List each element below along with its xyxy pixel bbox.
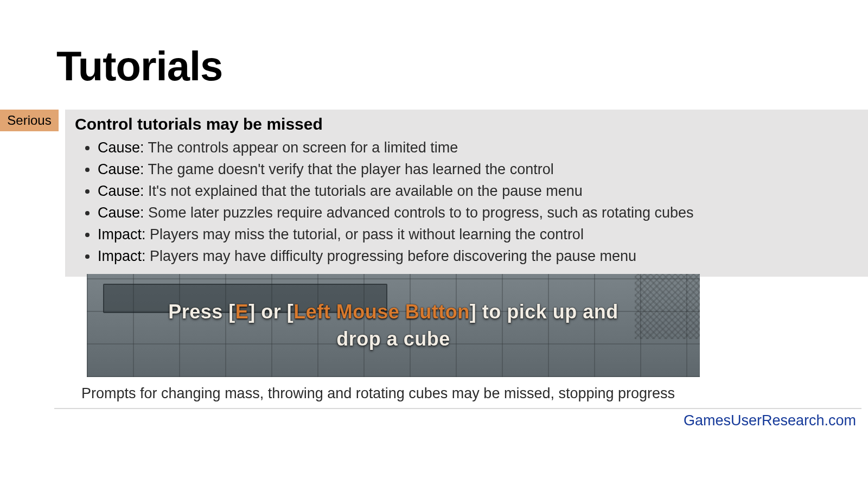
issue-points-list: Cause: The controls appear on screen for… bbox=[75, 137, 858, 267]
point-text: It's not explained that the tutorials ar… bbox=[144, 183, 583, 199]
screenshot-caption: Prompts for changing mass, throwing and … bbox=[81, 385, 675, 402]
prompt-segment: ] or [ bbox=[248, 301, 293, 323]
point-text: The controls appear on screen for a limi… bbox=[144, 139, 458, 156]
list-item: Cause: It's not explained that the tutor… bbox=[98, 180, 858, 202]
point-label: Cause: bbox=[98, 161, 144, 177]
list-item: Impact: Players may have difficulty prog… bbox=[98, 245, 858, 267]
issue-title: Control tutorials may be missed bbox=[75, 115, 858, 133]
prompt-segment: ] to pick up and bbox=[470, 301, 618, 323]
issue-panel: Control tutorials may be missed Cause: T… bbox=[65, 110, 868, 277]
list-item: Cause: Some later puzzles require advanc… bbox=[98, 202, 858, 224]
list-item: Cause: The game doesn't verify that the … bbox=[98, 158, 858, 180]
list-item: Cause: The controls appear on screen for… bbox=[98, 137, 858, 158]
point-label: Cause: bbox=[98, 183, 144, 199]
point-label: Cause: bbox=[98, 139, 144, 156]
slide: Tutorials Serious Control tutorials may … bbox=[0, 0, 868, 485]
point-text: The game doesn't verify that the player … bbox=[144, 161, 554, 177]
game-screenshot: Press [E] or [Left Mouse Button] to pick… bbox=[87, 274, 700, 377]
game-prompt-text: Press [E] or [Left Mouse Button] to pick… bbox=[87, 274, 700, 377]
prompt-segment: Press [ bbox=[168, 301, 235, 323]
severity-tag: Serious bbox=[0, 110, 59, 131]
footer-link[interactable]: GamesUserResearch.com bbox=[684, 412, 856, 429]
prompt-line-2: drop a cube bbox=[336, 326, 450, 353]
prompt-key: Left Mouse Button bbox=[293, 301, 469, 323]
point-label: Cause: bbox=[98, 205, 144, 221]
point-label: Impact: bbox=[98, 226, 146, 242]
point-text: Players may have difficulty progressing … bbox=[146, 248, 637, 264]
list-item: Impact: Players may miss the tutorial, o… bbox=[98, 224, 858, 245]
divider bbox=[54, 408, 861, 409]
point-text: Some later puzzles require advanced cont… bbox=[144, 205, 694, 221]
point-text: Players may miss the tutorial, or pass i… bbox=[146, 226, 584, 242]
prompt-key: E bbox=[235, 301, 249, 323]
page-title: Tutorials bbox=[56, 42, 222, 90]
point-label: Impact: bbox=[98, 248, 146, 264]
prompt-line-1: Press [E] or [Left Mouse Button] to pick… bbox=[168, 298, 618, 326]
